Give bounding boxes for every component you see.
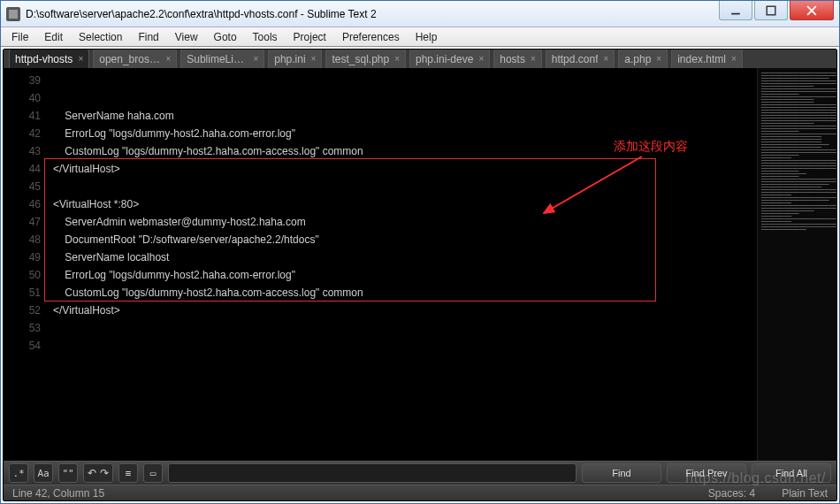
- menubar: File Edit Selection Find View Goto Tools…: [1, 27, 839, 47]
- tab[interactable]: php.ini-deve×: [409, 50, 490, 68]
- code-line[interactable]: [53, 355, 757, 372]
- svg-rect-1: [767, 6, 775, 15]
- menu-edit[interactable]: Edit: [37, 29, 70, 45]
- wrap-next-icon[interactable]: ↷: [100, 467, 109, 479]
- tab-label: a.php: [624, 53, 651, 65]
- titlebar[interactable]: D:\software\server\apache2.2\conf\extra\…: [1, 1, 839, 27]
- tab-label: test_sql.php: [332, 53, 389, 65]
- line-number: 45: [4, 178, 41, 195]
- annotation-text: 添加这段内容: [614, 137, 688, 155]
- highlight-toggle[interactable]: ▭: [143, 463, 163, 483]
- code-line[interactable]: ErrorLog "logs/dummy-host2.haha.com-erro…: [53, 266, 757, 284]
- code-content[interactable]: ServerName haha.com ErrorLog "logs/dummy…: [48, 68, 757, 461]
- case-toggle[interactable]: Aa: [34, 463, 53, 483]
- minimap[interactable]: ────────────────────────────────────────…: [757, 68, 836, 461]
- window-title: D:\software\server\apache2.2\conf\extra\…: [26, 8, 719, 20]
- line-gutter: 39404142434445464748495051525354: [4, 68, 48, 461]
- code-line[interactable]: </VirtualHost>: [53, 160, 757, 178]
- tab[interactable]: hosts×: [493, 50, 542, 68]
- tab-label: hosts: [500, 53, 525, 65]
- tab[interactable]: SublimeLinte×: [180, 50, 264, 68]
- line-number: 54: [4, 337, 41, 355]
- code-line[interactable]: DocumentRoot "D:/software/server/apache2…: [53, 231, 757, 248]
- line-number: 50: [4, 266, 41, 284]
- inselection-toggle[interactable]: ≡: [118, 463, 138, 483]
- line-number: 52: [4, 302, 41, 319]
- tab-strip: httpd-vhosts×open_broswe×SublimeLinte×ph…: [4, 50, 836, 68]
- close-button[interactable]: [790, 1, 834, 20]
- tab[interactable]: httpd-vhosts×: [9, 50, 89, 68]
- tab[interactable]: test_sql.php×: [325, 50, 406, 68]
- line-number: 39: [4, 72, 41, 89]
- tab[interactable]: index.html×: [671, 50, 743, 68]
- menu-tools[interactable]: Tools: [246, 29, 285, 45]
- find-input[interactable]: [168, 463, 577, 483]
- app-icon: [6, 7, 20, 21]
- tab-close-icon[interactable]: ×: [394, 54, 400, 64]
- editor-area[interactable]: 39404142434445464748495051525354 ServerN…: [4, 68, 836, 461]
- code-line[interactable]: [53, 372, 757, 390]
- menu-file[interactable]: File: [4, 29, 35, 45]
- tab[interactable]: a.php×: [618, 50, 668, 68]
- tab-close-icon[interactable]: ×: [253, 54, 258, 64]
- tab-label: httpd.conf: [552, 53, 599, 65]
- status-position: Line 42, Column 15: [12, 487, 104, 500]
- find-button[interactable]: Find: [582, 463, 661, 483]
- code-line[interactable]: CustomLog "logs/dummy-host2.haha.com-acc…: [53, 284, 757, 302]
- status-syntax[interactable]: Plain Text: [782, 487, 828, 500]
- tab-label: httpd-vhosts: [15, 53, 73, 65]
- app-window: D:\software\server\apache2.2\conf\extra\…: [0, 0, 840, 504]
- tab-close-icon[interactable]: ×: [531, 54, 536, 64]
- wrap-group: ↶ ↷: [83, 463, 113, 483]
- code-line[interactable]: ServerName localhost: [53, 248, 757, 266]
- line-number: 49: [4, 248, 41, 266]
- line-number: 44: [4, 160, 41, 178]
- status-bar: Line 42, Column 15 Spaces: 4 Plain Text: [4, 485, 836, 500]
- menu-find[interactable]: Find: [131, 29, 165, 45]
- tab-close-icon[interactable]: ×: [165, 54, 171, 64]
- tab-close-icon[interactable]: ×: [478, 54, 484, 64]
- find-prev-button[interactable]: Find Prev: [667, 463, 746, 483]
- menu-view[interactable]: View: [168, 29, 205, 45]
- tab-close-icon[interactable]: ×: [656, 54, 661, 64]
- code-line[interactable]: </VirtualHost>: [53, 302, 757, 319]
- wholeword-toggle[interactable]: "": [58, 463, 78, 483]
- line-number: 48: [4, 231, 41, 248]
- line-number: 51: [4, 284, 41, 302]
- regex-toggle[interactable]: .*: [9, 463, 28, 483]
- menu-help[interactable]: Help: [409, 29, 445, 45]
- tab-close-icon[interactable]: ×: [78, 54, 83, 64]
- tab-close-icon[interactable]: ×: [603, 54, 608, 64]
- tab[interactable]: open_broswe×: [93, 50, 177, 68]
- code-line[interactable]: ServerName haha.com: [53, 107, 757, 125]
- tab-label: index.html: [677, 53, 726, 65]
- line-number: 46: [4, 195, 41, 213]
- menu-preferences[interactable]: Preferences: [335, 29, 407, 45]
- code-line[interactable]: [53, 337, 757, 355]
- line-number: 53: [4, 319, 41, 337]
- window-controls: [719, 1, 839, 27]
- menu-project[interactable]: Project: [286, 29, 333, 45]
- tab[interactable]: php.ini×: [268, 50, 322, 68]
- line-number: 47: [4, 213, 41, 231]
- menu-selection[interactable]: Selection: [72, 29, 129, 45]
- tab-label: php.ini-deve: [416, 53, 473, 65]
- find-bar: .* Aa "" ↶ ↷ ≡ ▭ Find Find Prev Find All: [4, 461, 836, 485]
- find-all-button[interactable]: Find All: [752, 463, 831, 483]
- tab[interactable]: httpd.conf×: [546, 50, 615, 68]
- status-spaces[interactable]: Spaces: 4: [708, 487, 755, 500]
- tab-label: php.ini: [274, 53, 305, 65]
- code-line[interactable]: ServerAdmin webmaster@dummy-host2.haha.c…: [53, 213, 757, 231]
- maximize-button[interactable]: [754, 1, 788, 20]
- tab-label: open_broswe: [99, 53, 160, 65]
- code-line[interactable]: [53, 178, 757, 195]
- tab-close-icon[interactable]: ×: [311, 54, 317, 64]
- wrap-prev-icon[interactable]: ↶: [88, 467, 96, 479]
- line-number: 41: [4, 107, 41, 125]
- code-line[interactable]: <VirtualHost *:80>: [53, 195, 757, 213]
- menu-goto[interactable]: Goto: [207, 29, 244, 45]
- tab-label: SublimeLinte: [187, 53, 248, 65]
- code-line[interactable]: [53, 319, 757, 337]
- tab-close-icon[interactable]: ×: [731, 54, 737, 64]
- minimize-button[interactable]: [719, 1, 752, 20]
